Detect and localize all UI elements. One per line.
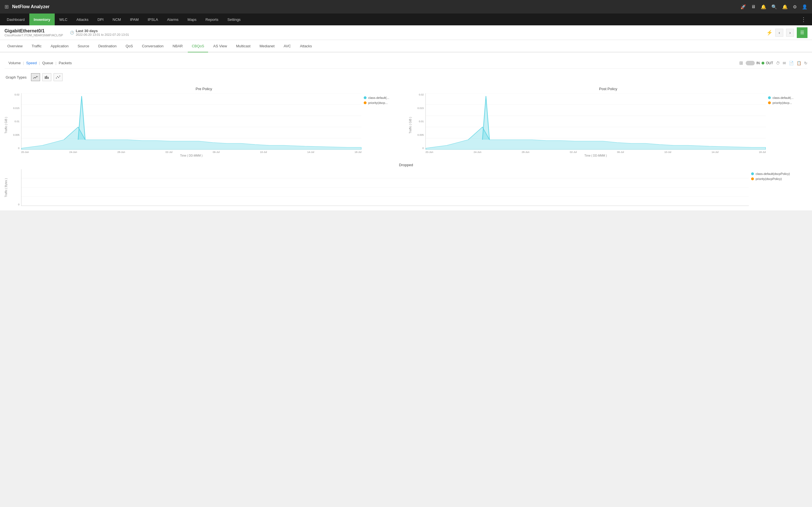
tab-cbqos[interactable]: CBQoS [188, 40, 208, 52]
pre-policy-x-title: Time ( DD-MMM ) [21, 154, 361, 157]
nav-attacks[interactable]: Attacks [72, 13, 93, 25]
user-icon[interactable]: 👤 [802, 4, 808, 10]
rocket-icon[interactable]: 🚀 [741, 4, 746, 10]
dropped-legend-dot-2 [751, 177, 754, 180]
content-area: Volume | Speed | Queue | Packets ⊞ IN OU… [0, 52, 812, 210]
charts-row: Pre Policy Traffic ( GiB ) 0 0.005 0.01 … [4, 87, 808, 157]
post-policy-legend: class-default(... priority(dscp... [768, 93, 808, 157]
search-icon[interactable]: 🔍 [771, 4, 777, 10]
subnav-packets[interactable]: Packets [57, 61, 73, 65]
device-info: GigabitEthernet0/1 CiscoRouter7.ITOM_NBA… [4, 29, 63, 37]
subnav-speed[interactable]: Speed [24, 61, 39, 65]
alert-settings-icon[interactable]: ⚡ [766, 30, 772, 36]
post-legend-dot-2 [768, 101, 771, 104]
tab-nbar[interactable]: NBAR [168, 40, 187, 52]
hierarchy-icon[interactable]: ⊞ [739, 60, 743, 66]
nav-ipsla[interactable]: IPSLA [143, 13, 163, 25]
tab-multicast[interactable]: Multicast [232, 40, 254, 52]
graph-type-line[interactable] [31, 73, 40, 81]
post-policy-area: 0 0.005 0.01 0.015 0.02 [414, 93, 766, 157]
in-dot [762, 62, 764, 64]
device-bar-right: ⚡ ‹ › ☰ [766, 27, 808, 38]
nav-dpi[interactable]: DPI [93, 13, 108, 25]
email-icon[interactable]: ✉ [783, 61, 786, 65]
in-out-toggle: IN OUT [746, 61, 773, 65]
pre-policy-x-labels: 20-Jun 24-Jun 28-Jun 02-Jul 06-Jul 10-Ju… [21, 150, 361, 154]
pre-policy-legend: class-default(... priority(dscp... [364, 93, 403, 157]
clock-icon: 🕐 [70, 31, 74, 35]
time-range-detail: 2022-06-20 13:01 to 2022-07-20 13:01 [76, 33, 129, 36]
schedule-icon[interactable]: ⏱ [776, 61, 780, 65]
subnav-queue[interactable]: Queue [41, 61, 55, 65]
post-policy-x-labels: 20-Jun 24-Jun 28-Jun 02-Jul 06-Jul 10-Ju… [425, 150, 766, 154]
post-policy-wrapper: Traffic ( GiB ) 0 0.005 0.01 0.015 0.02 [409, 93, 808, 157]
sub-nav: Volume | Speed | Queue | Packets ⊞ IN OU… [4, 57, 808, 69]
pdf-icon[interactable]: 📄 [789, 61, 794, 65]
nav-settings[interactable]: Settings [223, 13, 245, 25]
nav-more-icon[interactable]: ⋮ [797, 16, 810, 23]
post-legend-dot-1 [768, 96, 771, 99]
nav-bar: Dashboard Inventory WLC Attacks DPI NCM … [0, 13, 812, 25]
device-name: GigabitEthernet0/1 [4, 29, 63, 34]
svg-point-5 [58, 77, 59, 78]
pre-policy-chart: Pre Policy Traffic ( GiB ) 0 0.005 0.01 … [4, 87, 403, 157]
nav-inventory[interactable]: Inventory [29, 13, 55, 25]
svg-point-3 [56, 78, 57, 78]
pre-policy-svg [21, 93, 361, 150]
nav-alarms[interactable]: Alarms [163, 13, 183, 25]
dropped-legend-label-1: class-default(dscpPolicy) [756, 172, 790, 175]
dropped-legend-dot-1 [751, 172, 754, 175]
tab-qos[interactable]: QoS [121, 40, 137, 52]
notification-icon[interactable]: 🔔 [782, 4, 788, 10]
svg-point-4 [57, 76, 58, 77]
post-legend-label-1: class-default(... [772, 96, 794, 100]
post-policy-y-label: Traffic ( GiB ) [409, 93, 412, 157]
device-path: CiscoRouter7.ITOM_NBARSNMP/ACL/SP [4, 34, 63, 37]
tab-destination[interactable]: Destination [94, 40, 120, 52]
next-button[interactable]: › [786, 29, 794, 37]
bell-outline-icon[interactable]: 🔔 [761, 4, 766, 10]
tab-conversation[interactable]: Conversation [138, 40, 167, 52]
out-label: OUT [766, 61, 773, 65]
nav-wlc[interactable]: WLC [55, 13, 72, 25]
menu-button[interactable]: ☰ [797, 27, 808, 38]
tab-application[interactable]: Application [47, 40, 73, 52]
tab-avc[interactable]: AVC [280, 40, 295, 52]
tab-asview[interactable]: AS View [209, 40, 231, 52]
nav-maps[interactable]: Maps [183, 13, 201, 25]
dropped-legend-item-2: priority(dscpPolicy) [751, 177, 808, 180]
nav-ipam[interactable]: IPAM [125, 13, 143, 25]
export-icon[interactable]: 📋 [797, 61, 801, 65]
dropped-chart-svg [21, 169, 749, 206]
legend-label-2: priority(dscp... [368, 101, 388, 105]
graph-types-label: Graph Types [6, 75, 27, 79]
nav-ncm[interactable]: NCM [108, 13, 125, 25]
tab-medianet[interactable]: Medianet [255, 40, 278, 52]
post-legend-item-1: class-default(... [768, 96, 808, 100]
tab-source[interactable]: Source [73, 40, 93, 52]
svg-rect-0 [45, 76, 46, 79]
svg-point-6 [59, 76, 60, 76]
graph-types-row: Graph Types [4, 73, 808, 81]
settings-icon[interactable]: ⚙ [793, 4, 797, 10]
tab-overview[interactable]: Overview [3, 40, 27, 52]
dropped-legend-label-2: priority(dscpPolicy) [756, 177, 782, 180]
nav-reports[interactable]: Reports [201, 13, 223, 25]
graph-type-bar[interactable] [42, 73, 51, 81]
top-bar: ⊞ NetFlow Analyzer 🚀 🖥 🔔 🔍 🔔 ⚙ 👤 [0, 0, 812, 13]
graph-type-scatter[interactable] [54, 73, 63, 81]
sub-nav-right: ⊞ IN OUT ⏱ ✉ 📄 📋 ↻ [739, 60, 808, 66]
subnav-volume[interactable]: Volume [7, 61, 22, 65]
post-policy-svg [425, 93, 766, 150]
grid-icon[interactable]: ⊞ [4, 4, 9, 10]
monitor-icon[interactable]: 🖥 [751, 4, 756, 9]
tab-attacks[interactable]: Attacks [296, 40, 316, 52]
toggle-switch[interactable] [746, 61, 755, 65]
prev-button[interactable]: ‹ [775, 29, 783, 37]
pre-policy-y-label: Traffic ( GiB ) [4, 93, 8, 157]
post-policy-title: Post Policy [409, 87, 808, 91]
app-title: NetFlow Analyzer [12, 4, 50, 9]
refresh-icon[interactable]: ↻ [804, 61, 808, 65]
tab-traffic[interactable]: Traffic [28, 40, 45, 52]
nav-dashboard[interactable]: Dashboard [2, 13, 29, 25]
